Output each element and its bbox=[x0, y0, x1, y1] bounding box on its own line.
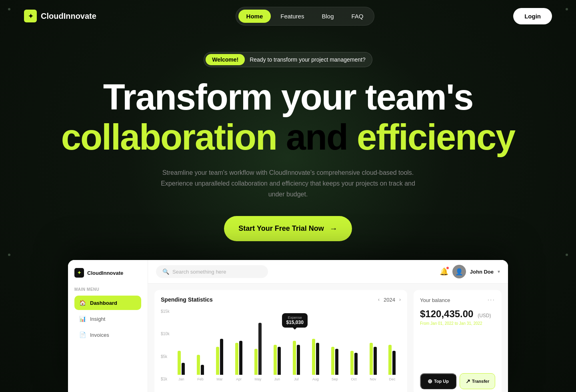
balance-options-icon[interactable]: ··· bbox=[488, 296, 495, 304]
month-mar: Mar bbox=[216, 377, 223, 381]
dashboard-icon: 🏠 bbox=[79, 300, 86, 306]
cta-arrow-icon: → bbox=[330, 224, 338, 233]
corner-dot-br bbox=[566, 254, 568, 256]
dashboard-header: 🔍 Search something here 🔔 👤 John Doe ▾ bbox=[148, 260, 508, 284]
login-button[interactable]: Login bbox=[513, 8, 552, 24]
bar-dec: Dec bbox=[384, 311, 401, 381]
bar-expense-jul bbox=[297, 345, 300, 375]
chart-container: $15k $10k $5k $1k Expense $15,030 bbox=[161, 309, 401, 389]
nav-faq[interactable]: FAQ bbox=[343, 10, 371, 23]
sidebar-insight-label: Insight bbox=[90, 316, 105, 322]
bar-aug: Aug bbox=[307, 311, 324, 381]
month-sep: Sep bbox=[332, 377, 338, 381]
transfer-button[interactable]: ↗ Transfer bbox=[460, 373, 495, 389]
tooltip-label: Expense bbox=[286, 316, 303, 320]
bar-expense-may bbox=[258, 323, 262, 375]
dash-logo: ✦ CloudInnovate bbox=[74, 268, 141, 278]
cta-label: Start Your Free Trial Now bbox=[238, 224, 324, 233]
dashboard-preview: ✦ CloudInnovate Main Menu 🏠 Dashboard 📊 … bbox=[68, 260, 508, 392]
tooltip-value: $15,030 bbox=[286, 320, 303, 325]
notification-dot bbox=[446, 266, 449, 270]
month-aug: Aug bbox=[312, 377, 319, 381]
month-jan: Jan bbox=[178, 377, 184, 381]
bar-wrap-nov bbox=[370, 311, 377, 375]
bar-income-sep bbox=[331, 347, 334, 375]
balance-amount: $120,435.00 (USD) bbox=[420, 308, 495, 320]
bar-wrap-aug bbox=[312, 311, 319, 375]
dashboard-main: 🔍 Search something here 🔔 👤 John Doe ▾ S… bbox=[148, 260, 508, 392]
search-bar[interactable]: 🔍 Search something here bbox=[156, 265, 268, 278]
prev-year-button[interactable]: ‹ bbox=[378, 297, 380, 302]
month-jun: Jun bbox=[274, 377, 280, 381]
bar-expense-dec bbox=[392, 351, 396, 375]
bar-income-aug bbox=[312, 339, 315, 375]
chevron-down-icon[interactable]: ▾ bbox=[498, 269, 500, 274]
sidebar-item-dashboard[interactable]: 🏠 Dashboard bbox=[74, 296, 141, 310]
bar-income-nov bbox=[370, 343, 373, 375]
cta-button[interactable]: Start Your Free Trial Now → bbox=[224, 216, 352, 241]
search-placeholder: Search something here bbox=[172, 269, 226, 275]
nav-home[interactable]: Home bbox=[238, 10, 271, 23]
insight-icon: 📊 bbox=[79, 316, 86, 322]
year-nav: ‹ 2024 › bbox=[378, 297, 401, 303]
balance-actions: ⊕ Top Up ↗ Transfer bbox=[420, 373, 495, 389]
bar-oct: Oct bbox=[345, 311, 362, 381]
welcome-badge: Welcome! Ready to transform your project… bbox=[204, 52, 372, 67]
hero-section: Welcome! Ready to transform your project… bbox=[0, 32, 576, 241]
expense-tooltip: Expense $15,030 bbox=[282, 313, 307, 328]
bar-expense-mar bbox=[220, 339, 223, 375]
balance-header: Your balance ··· bbox=[420, 296, 495, 304]
topup-button[interactable]: ⊕ Top Up bbox=[420, 373, 456, 389]
bar-wrap-sep bbox=[331, 311, 338, 375]
transfer-icon: ↗ bbox=[466, 378, 470, 384]
current-year: 2024 bbox=[384, 297, 395, 303]
y-label-10k: $10k bbox=[161, 332, 170, 336]
bar-income-mar bbox=[216, 347, 219, 375]
nav-links: Home Features Blog FAQ bbox=[236, 7, 374, 26]
bar-wrap-may bbox=[254, 311, 262, 375]
spending-title: Spending Statistics bbox=[161, 296, 213, 303]
bar-expense-jan bbox=[182, 363, 185, 375]
y-label-15k: $15k bbox=[161, 309, 170, 314]
transfer-label: Transfer bbox=[472, 379, 489, 384]
dash-logo-text: CloudInnovate bbox=[87, 270, 123, 276]
topup-icon: ⊕ bbox=[428, 378, 432, 384]
sidebar-item-invoices[interactable]: 📄 Invoices bbox=[74, 328, 141, 342]
bar-wrap-feb bbox=[197, 311, 204, 375]
dash-logo-icon: ✦ bbox=[74, 268, 84, 278]
navbar: ✦ CloudInnovate Home Features Blog FAQ L… bbox=[0, 0, 576, 32]
bar-wrap-dec bbox=[388, 311, 396, 375]
month-dec: Dec bbox=[389, 377, 395, 381]
notification-bell[interactable]: 🔔 bbox=[440, 267, 448, 276]
bar-income-dec bbox=[388, 345, 392, 375]
chart-y-labels: $15k $10k $5k $1k bbox=[161, 309, 170, 389]
bar-income-oct bbox=[350, 351, 354, 375]
hero-highlight-efficiency: efficiency bbox=[357, 117, 515, 157]
bar-wrap-jan bbox=[178, 311, 185, 375]
bar-income-apr bbox=[235, 343, 238, 375]
logo: ✦ CloudInnovate bbox=[24, 10, 96, 22]
sidebar-item-insight[interactable]: 📊 Insight bbox=[74, 312, 141, 326]
logo-text: CloudInnovate bbox=[41, 12, 96, 21]
topup-label: Top Up bbox=[434, 379, 449, 384]
bar-income-feb bbox=[197, 355, 200, 375]
user-section: 🔔 👤 John Doe ▾ bbox=[440, 265, 500, 278]
month-apr: Apr bbox=[236, 377, 242, 381]
nav-blog[interactable]: Blog bbox=[314, 10, 342, 23]
spending-card: Spending Statistics ‹ 2024 › $15k $10k $… bbox=[154, 290, 407, 392]
nav-features[interactable]: Features bbox=[272, 10, 312, 23]
bar-jan: Jan bbox=[173, 311, 190, 381]
username: John Doe bbox=[470, 269, 494, 275]
next-year-button[interactable]: › bbox=[399, 297, 401, 302]
dash-menu-label: Main Menu bbox=[74, 287, 141, 292]
y-label-5k: $5k bbox=[161, 354, 170, 359]
dashboard-body: Spending Statistics ‹ 2024 › $15k $10k $… bbox=[148, 284, 508, 392]
bar-nov: Nov bbox=[364, 311, 382, 381]
search-icon: 🔍 bbox=[162, 268, 169, 275]
y-label-1k: $1k bbox=[161, 377, 170, 381]
month-oct: Oct bbox=[351, 377, 357, 381]
bar-mar: Mar bbox=[211, 311, 228, 381]
bar-expense-jun bbox=[278, 347, 281, 375]
bar-income-jul bbox=[293, 341, 296, 375]
bar-wrap-jun bbox=[274, 311, 281, 375]
